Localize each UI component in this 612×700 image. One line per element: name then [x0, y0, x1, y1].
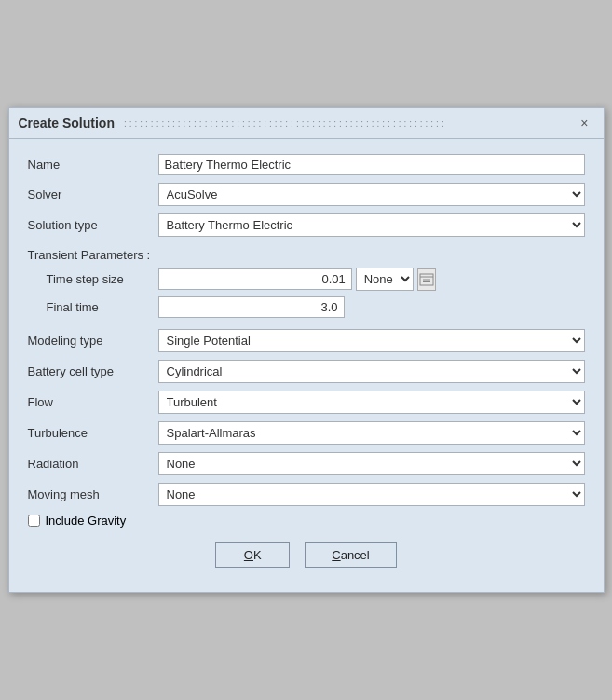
transient-section: Transient Parameters : Time step size No…	[28, 248, 585, 318]
solver-select[interactable]: AcuSolve	[158, 183, 585, 206]
solution-type-row: Solution type Battery Thermo Electric	[28, 213, 585, 237]
battery-cell-control: Cylindrical	[158, 360, 585, 383]
dialog-content: Name Solver AcuSolve Solution type Batte…	[9, 139, 604, 592]
battery-cell-label: Battery cell type	[28, 364, 158, 378]
ok-button[interactable]: OK	[215, 542, 290, 568]
ok-underline: O	[244, 548, 253, 562]
radiation-label: Radiation	[28, 457, 158, 471]
name-row: Name	[28, 154, 585, 175]
name-control	[158, 154, 585, 175]
flow-select[interactable]: Turbulent	[158, 391, 585, 414]
close-button[interactable]: ×	[575, 114, 593, 132]
modeling-type-row: Modeling type Single Potential	[28, 329, 585, 352]
moving-mesh-control: None	[158, 483, 585, 506]
time-step-icon-button[interactable]	[417, 268, 436, 291]
moving-mesh-row: Moving mesh None	[28, 483, 585, 506]
browse-icon	[419, 273, 434, 286]
gravity-label: Include Gravity	[46, 514, 127, 528]
time-step-controls: None	[158, 268, 436, 291]
moving-mesh-select[interactable]: None	[158, 483, 585, 506]
modeling-type-control: Single Potential	[158, 329, 585, 352]
cancel-label: Cancel	[332, 548, 369, 562]
name-label: Name	[28, 158, 158, 172]
time-step-input[interactable]	[158, 268, 352, 290]
flow-label: Flow	[28, 395, 158, 409]
transient-label: Transient Parameters :	[28, 248, 585, 262]
time-step-row: Time step size None	[28, 268, 585, 291]
turbulence-select[interactable]: Spalart-Allmaras	[158, 421, 585, 445]
flow-control: Turbulent	[158, 391, 585, 414]
time-step-unit-select[interactable]: None	[356, 268, 414, 291]
name-input[interactable]	[158, 154, 585, 175]
solution-type-select[interactable]: Battery Thermo Electric	[158, 213, 585, 237]
battery-cell-select[interactable]: Cylindrical	[158, 360, 585, 383]
ok-label: OK	[244, 548, 262, 562]
cancel-underline: C	[332, 548, 340, 562]
turbulence-label: Turbulence	[28, 426, 158, 440]
radiation-row: Radiation None	[28, 452, 585, 475]
radiation-control: None	[158, 452, 585, 475]
solution-type-control: Battery Thermo Electric	[158, 213, 585, 237]
dialog-title: Create Solution	[19, 116, 115, 130]
create-solution-dialog: Create Solution ::::::::::::::::::::::::…	[8, 107, 605, 593]
radiation-select[interactable]: None	[158, 452, 585, 475]
flow-row: Flow Turbulent	[28, 391, 585, 414]
title-bar: Create Solution ::::::::::::::::::::::::…	[9, 108, 604, 139]
solution-type-label: Solution type	[28, 218, 158, 232]
battery-cell-row: Battery cell type Cylindrical	[28, 360, 585, 383]
gravity-checkbox[interactable]	[28, 515, 40, 527]
title-dots: ::::::::::::::::::::::::::::::::::::::::…	[124, 118, 565, 129]
turbulence-row: Turbulence Spalart-Allmaras	[28, 421, 585, 445]
turbulence-control: Spalart-Allmaras	[158, 421, 585, 445]
modeling-type-label: Modeling type	[28, 334, 158, 348]
solver-label: Solver	[28, 187, 158, 201]
button-row: OK Cancel	[28, 542, 585, 577]
final-time-input[interactable]	[158, 296, 345, 318]
gravity-row: Include Gravity	[28, 514, 585, 528]
moving-mesh-label: Moving mesh	[28, 487, 158, 501]
final-time-label: Final time	[47, 300, 158, 314]
solver-control: AcuSolve	[158, 183, 585, 206]
modeling-type-select[interactable]: Single Potential	[158, 329, 585, 352]
final-time-row: Final time	[28, 296, 585, 318]
solver-row: Solver AcuSolve	[28, 183, 585, 206]
time-step-label: Time step size	[47, 272, 158, 286]
cancel-button[interactable]: Cancel	[305, 542, 396, 568]
